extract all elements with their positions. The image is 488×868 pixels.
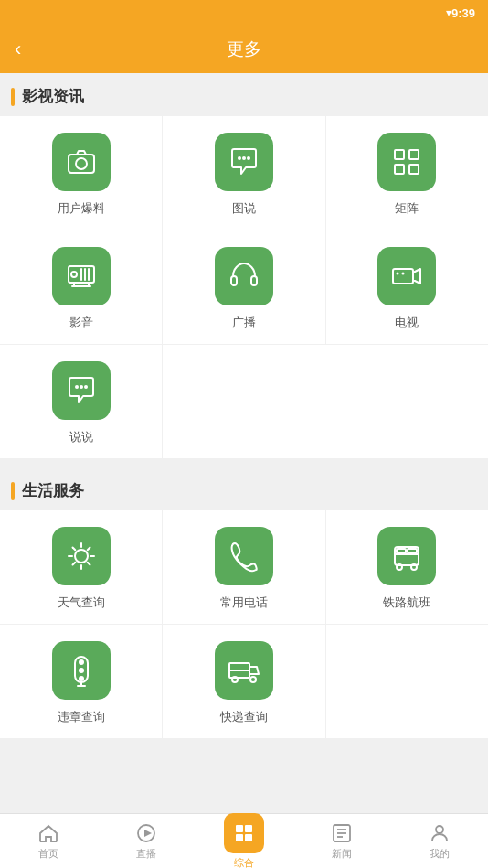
svg-rect-52	[236, 825, 243, 832]
svg-rect-53	[245, 825, 252, 832]
icon-box	[215, 247, 273, 305]
svg-rect-55	[245, 834, 252, 841]
grid-lines-icon	[390, 145, 423, 178]
svg-point-10	[71, 272, 77, 277]
grid-label: 用户爆料	[58, 200, 105, 217]
icon-box	[377, 527, 436, 585]
svg-line-33	[72, 563, 75, 565]
grid-label: 快递查询	[220, 709, 268, 725]
nav-label-home: 首页	[38, 847, 58, 861]
status-time: 9:39	[451, 6, 475, 20]
svg-rect-6	[409, 150, 419, 159]
status-bar: ▾ 9:39	[0, 0, 488, 26]
grid-four-icon	[233, 822, 255, 844]
icon-box	[52, 527, 111, 585]
speech-dots-icon	[65, 374, 98, 407]
svg-point-43	[79, 676, 84, 681]
traffic-light-icon	[65, 654, 98, 687]
grid-item-tianqi[interactable]: 天气查询	[0, 510, 163, 624]
play-circle-icon	[135, 822, 157, 844]
section-bar	[11, 482, 15, 500]
svg-rect-5	[395, 150, 404, 159]
icon-box	[215, 527, 273, 585]
svg-point-36	[397, 564, 402, 570]
tv-icon	[65, 260, 98, 293]
nav-item-news[interactable]: 新闻	[292, 817, 390, 866]
grid-section-yingshi: 用户爆料 图说	[0, 116, 488, 458]
nav-label-news: 新闻	[332, 847, 352, 861]
chat-bubble-icon	[228, 145, 260, 178]
movie-cam-icon	[390, 260, 423, 293]
grid-item-tushuo[interactable]: 图说	[163, 116, 325, 230]
svg-line-31	[87, 563, 90, 565]
grid-item-juzhen[interactable]: 矩阵	[326, 116, 488, 230]
grid-label: 说说	[69, 429, 93, 445]
svg-rect-38	[397, 549, 406, 553]
grid-item-user-leak[interactable]: 用户爆料	[0, 116, 163, 230]
svg-point-37	[411, 564, 417, 570]
nav-item-zonghe[interactable]: 综合	[196, 808, 293, 869]
nav-item-home[interactable]: 首页	[0, 817, 98, 866]
grid-item-shuoshuo[interactable]: 说说	[0, 345, 163, 458]
grid-label: 广播	[232, 315, 256, 331]
grid-label: 电视	[395, 315, 419, 331]
svg-point-2	[238, 156, 241, 160]
sun-icon	[65, 540, 98, 573]
svg-rect-8	[409, 165, 419, 174]
grid-item-jiaotong[interactable]: 违章查询	[0, 625, 163, 738]
truck-icon	[228, 654, 260, 687]
bus-icon	[390, 540, 423, 573]
svg-rect-39	[408, 549, 417, 553]
grid-row: 说说	[0, 345, 488, 458]
svg-point-20	[397, 273, 399, 275]
grid-row: 用户爆料 图说	[0, 116, 488, 230]
svg-point-4	[247, 156, 250, 160]
page-title: 更多	[227, 38, 261, 61]
section-title-shenghuo: 生活服务	[22, 480, 84, 501]
svg-rect-19	[393, 269, 413, 284]
section-header-yingshi: 影视资讯	[0, 73, 488, 116]
svg-point-41	[79, 659, 84, 665]
zonghe-active-box	[224, 813, 264, 853]
nav-label-zonghe: 综合	[234, 856, 254, 869]
home-icon	[37, 822, 59, 844]
back-button[interactable]: ‹	[15, 38, 21, 61]
main-content: 影视资讯 用户爆料	[0, 73, 488, 813]
header: ‹ 更多	[0, 26, 488, 73]
nav-item-live[interactable]: 直播	[98, 817, 196, 866]
section-bar	[11, 88, 15, 106]
svg-point-3	[242, 156, 246, 160]
svg-point-42	[79, 668, 84, 673]
svg-point-25	[75, 550, 88, 563]
grid-label: 图说	[232, 200, 256, 217]
grid-section-shenghuo: 天气查询 常用电话	[0, 510, 488, 738]
grid-label: 矩阵	[395, 200, 419, 217]
grid-label: 违章查询	[58, 709, 105, 725]
phone-icon	[228, 540, 260, 573]
user-icon	[429, 822, 451, 844]
grid-label: 铁路航班	[383, 595, 430, 611]
headphones-icon	[228, 260, 260, 293]
grid-item-guangbo[interactable]: 广播	[163, 230, 325, 344]
nav-item-mine[interactable]: 我的	[390, 817, 488, 866]
section-title-yingshi: 影视资讯	[22, 86, 84, 107]
icon-box	[52, 641, 111, 700]
grid-item-tielu[interactable]: 铁路航班	[326, 510, 488, 624]
svg-point-47	[232, 677, 238, 682]
svg-line-32	[87, 548, 90, 551]
svg-marker-51	[144, 830, 152, 837]
grid-row: 天气查询 常用电话	[0, 510, 488, 625]
svg-point-48	[250, 677, 256, 682]
grid-item-changyong[interactable]: 常用电话	[163, 510, 325, 624]
icon-box	[52, 247, 111, 305]
grid-item-wuliu[interactable]: 快递查询	[163, 625, 325, 738]
svg-point-21	[402, 273, 405, 275]
svg-rect-54	[236, 834, 243, 841]
grid-item-dianshi[interactable]: 电视	[326, 230, 488, 344]
grid-item-yingyin[interactable]: 影音	[0, 230, 163, 344]
icon-box	[215, 641, 273, 700]
svg-point-60	[436, 826, 443, 833]
icon-box	[52, 133, 111, 191]
icon-box	[215, 133, 273, 191]
svg-rect-18	[251, 276, 257, 285]
